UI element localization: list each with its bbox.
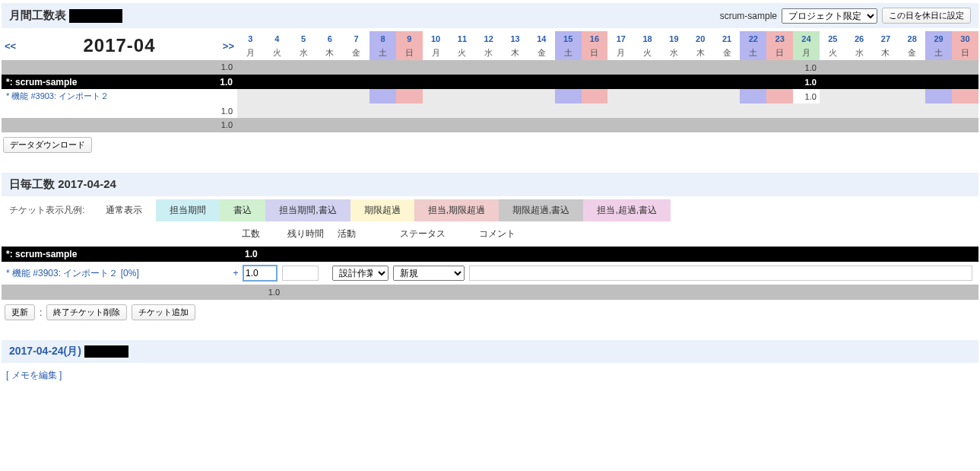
activity-select[interactable]: 設計作業 [332, 266, 389, 281]
day-12[interactable]: 12 [475, 31, 502, 46]
project-cell [423, 75, 449, 89]
dow-cell: 月 [423, 46, 449, 60]
total-cell [820, 60, 846, 75]
memo-edit-link[interactable]: [ メモを編集 ] [0, 366, 980, 385]
spacer-cell [423, 103, 449, 118]
ticket-cell[interactable] [873, 89, 899, 103]
total-cell [449, 60, 476, 75]
status-select[interactable]: 新規 [393, 266, 465, 281]
ticket-cell[interactable] [449, 89, 476, 103]
ticket-cell[interactable] [423, 89, 449, 103]
ticket-cell[interactable] [369, 89, 396, 103]
comment-input[interactable] [469, 266, 972, 281]
day-14[interactable]: 14 [528, 31, 555, 46]
ticket-cell[interactable] [687, 89, 714, 103]
daily-columns-header: 工数 残り時間 活動 ステータス コメント [2, 224, 978, 243]
day-11[interactable]: 11 [449, 31, 476, 46]
ticket-cell[interactable] [528, 89, 555, 103]
hours-input[interactable] [243, 265, 278, 282]
day-28[interactable]: 28 [899, 31, 925, 46]
ticket-cell[interactable] [740, 89, 766, 103]
download-button[interactable]: データダウンロード [3, 137, 92, 153]
prev-month-button[interactable]: << [5, 40, 16, 52]
ticket-cell[interactable] [343, 89, 369, 103]
add-ticket-button[interactable]: チケット追加 [132, 304, 195, 320]
remain-input[interactable] [282, 266, 319, 281]
day-7[interactable]: 7 [343, 31, 369, 46]
total-cell [369, 118, 396, 132]
day-29[interactable]: 29 [925, 31, 952, 46]
day-26[interactable]: 26 [846, 31, 873, 46]
project-cell [369, 75, 396, 89]
ticket-cell[interactable] [555, 89, 582, 103]
day-24[interactable]: 24 [793, 31, 820, 46]
ticket-cell[interactable] [396, 89, 423, 103]
ticket-cell[interactable] [820, 89, 846, 103]
col-comment: コメント [479, 224, 978, 243]
day-13[interactable]: 13 [502, 31, 528, 46]
ticket-cell[interactable] [846, 89, 873, 103]
ticket-cell[interactable] [766, 89, 793, 103]
project-scope-select[interactable]: プロジェクト限定 [782, 8, 877, 24]
day-17[interactable]: 17 [607, 31, 634, 46]
ticket-cell[interactable] [952, 89, 978, 103]
day-15[interactable]: 15 [555, 31, 582, 46]
day-21[interactable]: 21 [714, 31, 741, 46]
project-cell [290, 75, 317, 89]
day-18[interactable]: 18 [634, 31, 661, 46]
ticket-cell[interactable] [316, 89, 343, 103]
project-cell [528, 75, 555, 89]
day-30[interactable]: 30 [952, 31, 978, 46]
day-16[interactable]: 16 [582, 31, 608, 46]
total-cell [582, 60, 608, 75]
ticket-cell[interactable] [582, 89, 608, 103]
ticket-cell[interactable] [502, 89, 528, 103]
day-10[interactable]: 10 [423, 31, 449, 46]
spacer-cell [793, 103, 820, 118]
legend-assigned: 担当期間 [156, 199, 220, 221]
day-4[interactable]: 4 [264, 31, 290, 46]
project-cell [766, 75, 793, 89]
update-button[interactable]: 更新 [5, 304, 35, 320]
set-holiday-button[interactable]: この日を休日に設定 [882, 8, 971, 24]
project-cell [343, 75, 369, 89]
dow-cell: 土 [740, 46, 766, 60]
ticket-cell[interactable]: 1.0 [793, 89, 820, 103]
day-8[interactable]: 8 [369, 31, 396, 46]
project-row-total: 1.0 [220, 77, 233, 88]
ticket-cell[interactable] [475, 89, 502, 103]
ticket-cell[interactable] [925, 89, 952, 103]
ticket-cell[interactable] [661, 89, 687, 103]
ticket-row-left[interactable]: * 機能 #3903: インポート２ [2, 89, 237, 103]
day-5[interactable]: 5 [290, 31, 317, 46]
add-ticket-icon[interactable]: + [230, 268, 242, 278]
day-20[interactable]: 20 [687, 31, 714, 46]
next-month-button[interactable]: >> [223, 40, 234, 52]
spacer-cell [952, 103, 978, 118]
delete-closed-button[interactable]: 終了チケット削除 [46, 304, 127, 320]
ticket-cell[interactable] [290, 89, 317, 103]
project-cell [661, 75, 687, 89]
day-9[interactable]: 9 [396, 31, 423, 46]
day-3[interactable]: 3 [237, 31, 264, 46]
total-cell [661, 118, 687, 132]
daily-ticket-name[interactable]: * 機能 #3903: インポート２ [0%] [2, 267, 230, 280]
total-cell [846, 60, 873, 75]
day-22[interactable]: 22 [740, 31, 766, 46]
ticket-cell[interactable] [899, 89, 925, 103]
day-25[interactable]: 25 [820, 31, 846, 46]
day-23[interactable]: 23 [766, 31, 793, 46]
ticket-cell[interactable] [607, 89, 634, 103]
day-6[interactable]: 6 [316, 31, 343, 46]
ticket-cell[interactable] [634, 89, 661, 103]
ticket-link[interactable]: * 機能 #3903: インポート２ [6, 91, 109, 102]
ticket-cell[interactable] [714, 89, 741, 103]
ticket-cell[interactable] [264, 89, 290, 103]
legend-all: 担当,超過,書込 [583, 199, 671, 221]
spacer-cell [528, 103, 555, 118]
day-19[interactable]: 19 [661, 31, 687, 46]
total-cell [316, 118, 343, 132]
ticket-cell[interactable] [237, 89, 264, 103]
dow-cell: 金 [899, 46, 925, 60]
day-27[interactable]: 27 [873, 31, 899, 46]
